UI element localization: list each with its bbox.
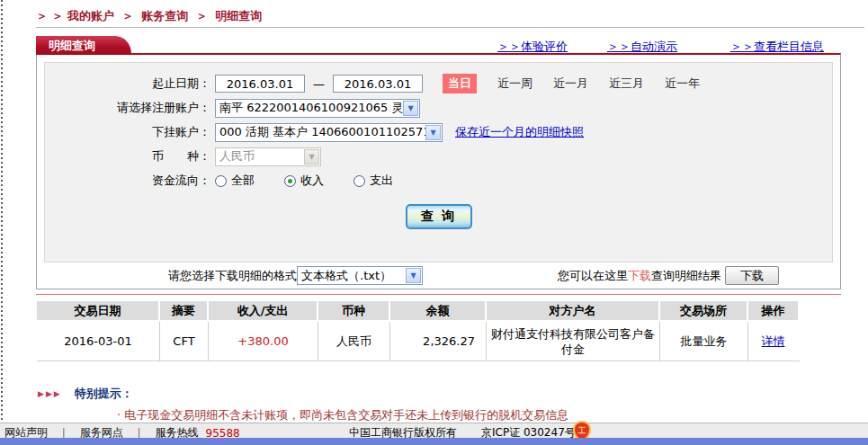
download-format-select[interactable]: 文本格式（.txt） ▼	[297, 266, 423, 285]
download-hint: 您可以在这里下载查询明细结果	[558, 268, 721, 284]
chevron-down-icon[interactable]: ▼	[425, 125, 441, 140]
flow-radio[interactable]	[353, 175, 365, 187]
col-header-counterparty: 对方户名	[487, 301, 660, 320]
flow-label: 资金流向：	[45, 173, 210, 189]
breadcrumb-item-my-account[interactable]: 我的账户	[67, 9, 114, 22]
query-panel: 起止日期： 2016.03.01 — 2016.03.01 当日 近一周 近一月…	[36, 53, 841, 289]
breadcrumb-item-detail-query[interactable]: 明细查询	[215, 9, 262, 22]
quick-range-today[interactable]: 当日	[443, 74, 477, 93]
query-form: 起止日期： 2016.03.01 — 2016.03.01 当日 近一周 近一月…	[44, 62, 833, 263]
table-row: 2016-03-01 CFT +380.00 人民币 2,326.27 财付通支…	[37, 322, 800, 361]
flow-radio[interactable]	[215, 175, 227, 187]
download-button[interactable]: 下载	[725, 266, 779, 285]
currency-label: 币 种：	[45, 148, 210, 165]
currency-value: 人民币	[216, 148, 304, 165]
col-header-amount: 收入/支出	[209, 301, 318, 320]
form-row-flow: 资金流向： 全部 收入 支出	[45, 171, 832, 191]
form-row-currency: 币 种： 人民币 ▼	[45, 147, 832, 166]
download-row: 请您选择下载明细的格式 文本格式（.txt） ▼ 您可以在这里下载查询明细结果 …	[37, 263, 840, 289]
quick-range-week[interactable]: 近一周	[497, 76, 532, 92]
chevron-down-icon: ▼	[304, 149, 319, 165]
table-header-row: 交易日期 摘要 收入/支出 币种 余额 对方户名 交易场所 操作	[37, 301, 800, 320]
quick-range-3months[interactable]: 近三月	[609, 76, 644, 92]
cell-action: 详情	[748, 322, 798, 360]
col-header-venue: 交易场所	[660, 301, 748, 320]
breadcrumb: ＞ ＞ 我的账户 ＞ 账务查询 ＞ 明细查询	[36, 8, 262, 24]
cell-venue: 批量业务	[660, 322, 748, 360]
divider-line	[36, 27, 864, 28]
download-hint-pre: 您可以在这里	[558, 269, 628, 282]
cell-date: 2016-03-01	[37, 322, 160, 360]
form-row-account: 请选择注册账户： 南平 6222001406100921065 灵通卡 ▼	[45, 98, 832, 118]
breadcrumb-separator: ＞	[122, 9, 134, 22]
form-row-date: 起止日期： 2016.03.01 — 2016.03.01 当日 近一周 近一月…	[45, 74, 832, 93]
account-label: 请选择注册账户：	[45, 100, 210, 116]
quick-range-month[interactable]: 近一月	[553, 76, 588, 92]
chevron-down-icon[interactable]: ▼	[406, 268, 421, 283]
page: ＞ ＞ 我的账户 ＞ 账务查询 ＞ 明细查询 明细查询 ＞＞体验评价 ＞＞自动演…	[0, 0, 868, 445]
download-hint-post: 查询明细结果	[651, 269, 721, 282]
flow-option-label: 支出	[370, 173, 393, 189]
cell-currency: 人民币	[318, 322, 390, 360]
triple-arrow-icon: ▶▶▶	[38, 389, 62, 398]
breadcrumb-item-account-query[interactable]: 账务查询	[141, 9, 188, 22]
flow-option-income[interactable]: 收入	[284, 173, 324, 189]
date-range-label: 起止日期：	[45, 76, 210, 92]
special-notice: ▶▶▶ 特别提示：	[38, 386, 133, 402]
breadcrumb-separator: ＞	[196, 9, 208, 22]
sub-account-select[interactable]: 000 活期 基本户 1406600101102571848 ▼	[215, 123, 443, 142]
flow-option-expense[interactable]: 支出	[353, 173, 393, 189]
footer: 网站声明 ｜ 服务网点 ｜ 服务热线 95588 中国工商银行版权所有 京ICP…	[0, 423, 868, 438]
breadcrumb-prefix: ＞ ＞	[36, 9, 64, 22]
col-header-summary: 摘要	[160, 301, 209, 320]
detail-link[interactable]: 详情	[762, 334, 785, 349]
cell-balance: 2,326.27	[390, 322, 487, 360]
tab-detail-query: 明细查询	[36, 36, 131, 55]
registered-account-select[interactable]: 南平 6222001406100921065 灵通卡 ▼	[215, 99, 420, 118]
flow-option-label: 全部	[231, 173, 255, 189]
flow-option-all[interactable]: 全部	[215, 173, 255, 189]
sub-account-value: 000 活期 基本户 1406600101102571848	[216, 124, 425, 140]
cell-counterparty: 财付通支付科技有限公司客户备付金	[487, 322, 660, 360]
col-header-balance: 余额	[390, 301, 487, 320]
form-row-sub-account: 下挂账户： 000 活期 基本户 1406600101102571848 ▼ 保…	[45, 122, 832, 142]
red-separator-line	[36, 294, 841, 295]
download-format-value: 文本格式（.txt）	[298, 268, 406, 284]
date-from-input[interactable]: 2016.03.01	[215, 75, 305, 93]
chevron-down-icon[interactable]: ▼	[403, 101, 418, 116]
flow-radio[interactable]	[284, 175, 296, 187]
results-table: 交易日期 摘要 收入/支出 币种 余额 对方户名 交易场所 操作 2016-03…	[37, 301, 800, 361]
query-button[interactable]: 查 询	[406, 204, 472, 229]
date-to-input[interactable]: 2016.03.01	[333, 75, 423, 93]
download-hint-red: 下载	[628, 269, 651, 282]
cell-summary: CFT	[160, 322, 209, 360]
notice-body: · 电子现金交易明细不含未计账项，即尚未包含交易对手还未上传到银行的脱机交易信息	[117, 407, 837, 422]
sub-account-label: 下挂账户：	[45, 124, 210, 140]
col-header-date: 交易日期	[37, 301, 160, 320]
quick-range-year[interactable]: 近一年	[665, 76, 700, 92]
currency-select: 人民币 ▼	[215, 147, 321, 166]
bottom-blue-bar	[0, 438, 868, 445]
cell-amount: +380.00	[209, 322, 318, 360]
col-header-currency: 币种	[318, 301, 390, 320]
left-edge-dots	[1, 0, 3, 423]
col-header-action: 操作	[748, 301, 798, 320]
notice-title: 特别提示：	[75, 386, 133, 402]
download-format-label: 请您选择下载明细的格式	[168, 268, 297, 284]
registered-account-value: 南平 6222001406100921065 灵通卡	[216, 100, 403, 116]
flow-option-label: 收入	[300, 173, 324, 189]
date-dash: —	[313, 77, 325, 91]
save-snapshot-link[interactable]: 保存近一个月的明细快照	[455, 124, 584, 140]
tab-title: 明细查询	[49, 38, 95, 54]
